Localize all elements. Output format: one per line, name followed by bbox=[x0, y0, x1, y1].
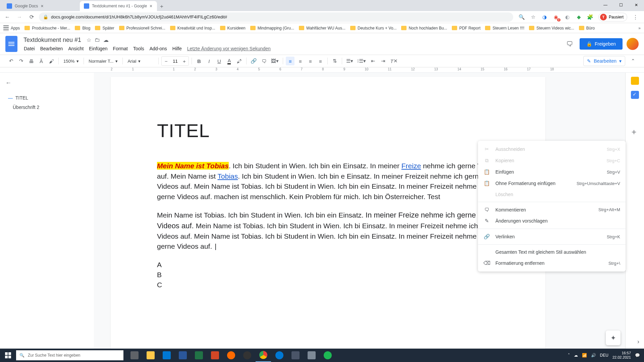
menu-icon[interactable]: ⋮ bbox=[632, 14, 639, 20]
font-size-decrease[interactable]: − bbox=[162, 57, 170, 65]
bookmark-item[interactable]: Kursideen bbox=[220, 26, 246, 31]
extension-icon[interactable]: ◐ bbox=[564, 14, 571, 20]
font-size-increase[interactable]: + bbox=[180, 57, 189, 65]
cloud-status-icon[interactable]: ☁ bbox=[103, 37, 109, 43]
print-button[interactable]: 🖶 bbox=[27, 57, 36, 65]
bookmark-item[interactable]: Deutsche Kurs + Vo... bbox=[350, 26, 396, 31]
document-title[interactable]: Textdokument neu #1 bbox=[21, 36, 83, 44]
taskbar-app[interactable] bbox=[207, 349, 223, 362]
back-button[interactable]: ← bbox=[3, 12, 12, 22]
bookmark-item[interactable]: Kreativität und Insp... bbox=[170, 26, 215, 31]
menu-tools[interactable]: Tools bbox=[131, 45, 147, 52]
tray-cloud-icon[interactable]: ☁ bbox=[574, 353, 578, 358]
forward-button[interactable]: → bbox=[15, 12, 24, 22]
spellcheck-button[interactable]: Ă bbox=[37, 57, 46, 65]
zoom-select[interactable]: 150%▾ bbox=[61, 59, 81, 64]
tasks-icon[interactable] bbox=[631, 91, 639, 99]
bookmark-item[interactable]: Steuern Lesen !!!! bbox=[485, 26, 524, 31]
indent-increase-button[interactable]: ⇥ bbox=[379, 57, 387, 65]
line-spacing-button[interactable]: ⇅ bbox=[330, 57, 339, 65]
tray-notifications-icon[interactable]: 💬 bbox=[635, 353, 640, 358]
browser-tab-active[interactable]: Textdokument neu #1 - Google × bbox=[80, 1, 157, 11]
taskbar-app[interactable] bbox=[304, 349, 319, 362]
font-size-input[interactable] bbox=[170, 59, 180, 64]
context-menu-item[interactable]: 🔗VerlinkenStrg+K bbox=[478, 231, 626, 242]
taskbar-app[interactable] bbox=[223, 349, 239, 362]
bookmark-item[interactable]: Wahlfächer WU Aus... bbox=[299, 26, 345, 31]
bookmark-item[interactable]: Mindmapping (Gru... bbox=[250, 26, 294, 31]
context-menu-item[interactable]: 🗨KommentierenStrg+Alt+M bbox=[478, 204, 626, 215]
maximize-button[interactable]: ☐ bbox=[613, 0, 629, 10]
menu-einfuegen[interactable]: Einfügen bbox=[87, 45, 110, 52]
extension-icon[interactable]: ◆ bbox=[576, 14, 582, 20]
new-tab-button[interactable]: ＋ bbox=[157, 2, 166, 11]
taskbar-app[interactable] bbox=[159, 349, 174, 362]
close-window-button[interactable]: ✕ bbox=[629, 0, 644, 10]
font-family-select[interactable]: Arial▾ bbox=[125, 59, 156, 64]
taskbar-app-chrome[interactable] bbox=[256, 349, 271, 362]
paragraph-style-select[interactable]: Normaler T...▾ bbox=[87, 59, 120, 64]
apps-button[interactable]: Apps bbox=[3, 25, 20, 31]
context-menu-item[interactable]: ⌫Formatierung entfernenStrg+\ bbox=[478, 257, 626, 269]
underline-button[interactable]: U bbox=[215, 57, 223, 65]
align-left-button[interactable]: ≡ bbox=[286, 57, 294, 65]
numbered-list-button[interactable]: ☰▾ bbox=[345, 57, 355, 65]
bulleted-list-button[interactable]: ⁝☰▾ bbox=[356, 57, 367, 65]
taskbar-app[interactable] bbox=[143, 349, 158, 362]
comment-history-button[interactable]: 🗨 bbox=[564, 38, 576, 50]
tray-language[interactable]: DEU bbox=[600, 353, 608, 358]
menu-hilfe[interactable]: Hilfe bbox=[170, 45, 184, 52]
extension-icon[interactable]: ◉9 bbox=[553, 14, 559, 20]
insert-image-button[interactable]: 🖼▾ bbox=[270, 57, 280, 65]
tray-clock[interactable]: 16:57 22.02.2021 bbox=[612, 351, 631, 360]
keep-icon[interactable] bbox=[631, 77, 639, 85]
highlight-button[interactable]: 🖍 bbox=[235, 57, 244, 65]
indent-decrease-button[interactable]: ⇤ bbox=[369, 57, 377, 65]
bold-button[interactable]: B bbox=[195, 57, 203, 65]
browser-tab[interactable]: Google Docs × bbox=[3, 1, 80, 11]
bookmark-item[interactable]: Steuern Videos wic... bbox=[529, 26, 574, 31]
outline-item[interactable]: Überschrift 2 bbox=[5, 103, 89, 112]
bookmarks-overflow-icon[interactable]: » bbox=[638, 26, 641, 31]
start-button[interactable] bbox=[0, 349, 16, 362]
move-icon[interactable]: 🗀 bbox=[95, 37, 100, 43]
minimize-button[interactable]: — bbox=[598, 0, 613, 10]
editing-mode-select[interactable]: ✎ Bearbeiten ▾ bbox=[583, 56, 625, 66]
bookmark-item[interactable]: Blog bbox=[75, 26, 90, 31]
tray-chevron-icon[interactable]: ˄ bbox=[568, 353, 570, 358]
horizontal-ruler[interactable]: 21123456789101112131415161718 bbox=[0, 67, 644, 73]
last-change-link[interactable]: Letzte Änderung vor wenigen Sekunden bbox=[185, 45, 273, 52]
bookmark-item[interactable]: Professionell Schrei... bbox=[119, 26, 165, 31]
close-icon[interactable]: × bbox=[150, 3, 152, 9]
insert-link-button[interactable]: 🔗 bbox=[249, 57, 258, 65]
taskbar-app[interactable] bbox=[288, 349, 303, 362]
align-justify-button[interactable]: ≡ bbox=[316, 57, 325, 65]
side-panel-collapse-button[interactable]: › bbox=[637, 338, 639, 345]
context-menu-item[interactable]: 📋EinfügenStrg+V bbox=[478, 166, 626, 178]
taskbar-app[interactable] bbox=[175, 349, 191, 362]
menu-format[interactable]: Format bbox=[111, 45, 130, 52]
side-add-button[interactable]: ＋ bbox=[630, 126, 638, 137]
tray-volume-icon[interactable]: 🔊 bbox=[591, 353, 596, 358]
insert-comment-button[interactable]: 🗨 bbox=[260, 57, 268, 65]
context-menu-item[interactable]: ✎Änderungen vorschlagen bbox=[478, 215, 626, 227]
clear-formatting-button[interactable]: T✕ bbox=[389, 57, 399, 65]
bookmark-star-icon[interactable]: ☆ bbox=[530, 14, 537, 20]
close-icon[interactable]: × bbox=[41, 3, 43, 9]
extensions-puzzle-icon[interactable]: 🧩 bbox=[587, 14, 594, 20]
undo-button[interactable]: ↶ bbox=[7, 57, 15, 65]
paint-format-button[interactable]: 🖌 bbox=[47, 57, 56, 65]
outline-back-button[interactable]: ← bbox=[5, 79, 89, 86]
bookmark-item[interactable]: PDF Report bbox=[452, 26, 480, 31]
explore-button[interactable]: ✦ bbox=[606, 330, 621, 345]
context-menu-item[interactable]: 📋Ohne Formatierung einfügenStrg+Umschalt… bbox=[478, 178, 626, 189]
italic-button[interactable]: I bbox=[205, 57, 213, 65]
hyperlink[interactable]: Freize bbox=[401, 162, 421, 170]
url-input[interactable]: 🔒 docs.google.com/document/d/1hUH8k6h7Lb… bbox=[39, 12, 513, 22]
tray-wifi-icon[interactable]: 📶 bbox=[582, 353, 587, 358]
bookmark-item[interactable]: Später bbox=[95, 26, 114, 31]
account-avatar[interactable] bbox=[627, 38, 639, 50]
reload-button[interactable]: ⟳ bbox=[27, 12, 36, 22]
bookmark-item[interactable]: Büro bbox=[579, 26, 595, 31]
redo-button[interactable]: ↷ bbox=[17, 57, 25, 65]
